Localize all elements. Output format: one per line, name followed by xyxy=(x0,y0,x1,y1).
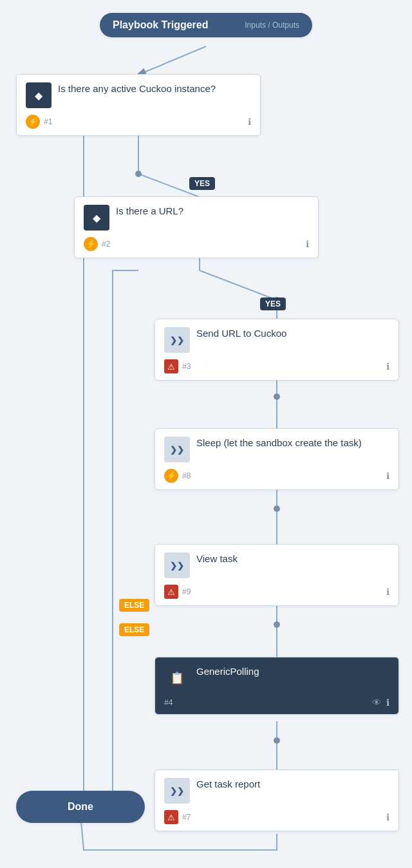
action9-footer-left: ⚠ #9 xyxy=(164,585,191,599)
action-node-9[interactable]: View task ⚠ #9 ℹ xyxy=(154,544,399,606)
trigger-io-label: Inputs / Outputs xyxy=(245,21,299,30)
svg-point-17 xyxy=(274,393,280,400)
arrow-icon-7 xyxy=(164,778,190,804)
info-icon-3[interactable]: ℹ xyxy=(386,361,389,372)
condition1-title: Is there any active Cuckoo instance? xyxy=(58,82,251,95)
action-node-3[interactable]: Send URL to Cuckoo ⚠ #3 ℹ xyxy=(154,319,399,381)
bolt-icon-1: ⚡ xyxy=(26,115,40,129)
info-icon-9[interactable]: ℹ xyxy=(386,587,389,597)
done-title: Done xyxy=(68,801,93,813)
action8-footer: ⚡ #8 ℹ xyxy=(164,469,389,483)
action-node-4[interactable]: GenericPolling #4 👁 ℹ xyxy=(154,657,399,715)
else-badge-2: ELSE xyxy=(119,623,149,636)
arrow-icon-3 xyxy=(164,327,190,353)
trigger-node[interactable]: Playbook Triggered Inputs / Outputs xyxy=(100,13,312,37)
condition2-num: #2 xyxy=(102,240,110,249)
else-badge-1: ELSE xyxy=(119,599,149,612)
yes-badge-2: YES xyxy=(260,297,286,310)
diamond-icon-1 xyxy=(26,82,52,108)
action8-footer-left: ⚡ #8 xyxy=(164,469,191,483)
action9-header: View task xyxy=(164,552,389,578)
action3-title: Send URL to Cuckoo xyxy=(196,327,389,340)
condition1-footer: ⚡ #1 ℹ xyxy=(26,115,251,129)
action4-header: GenericPolling xyxy=(164,665,389,691)
warn-icon-7: ⚠ xyxy=(164,810,178,824)
svg-point-20 xyxy=(274,737,280,744)
info-icon-4[interactable]: ℹ xyxy=(386,697,389,708)
condition-node-1[interactable]: Is there any active Cuckoo instance? ⚡ #… xyxy=(16,74,261,136)
info-icon-2[interactable]: ℹ xyxy=(306,239,309,249)
svg-point-18 xyxy=(274,505,280,512)
condition1-header: Is there any active Cuckoo instance? xyxy=(26,82,251,108)
condition2-title: Is there a URL? xyxy=(116,205,309,218)
action7-header: Get task report xyxy=(164,778,389,804)
action9-footer: ⚠ #9 ℹ xyxy=(164,585,389,599)
doc-icon-4 xyxy=(164,665,190,691)
condition2-footer: ⚡ #2 ℹ xyxy=(84,237,309,251)
action3-header: Send URL to Cuckoo xyxy=(164,327,389,353)
arrow-icon-9 xyxy=(164,552,190,578)
condition2-header: Is there a URL? xyxy=(84,205,309,231)
action8-num: #8 xyxy=(182,471,191,480)
condition-node-2[interactable]: Is there a URL? ⚡ #2 ℹ xyxy=(74,196,319,258)
action4-footer-left: #4 xyxy=(164,698,173,707)
action4-footer: #4 👁 ℹ xyxy=(164,697,389,708)
action9-num: #9 xyxy=(182,587,191,596)
warn-icon-9: ⚠ xyxy=(164,585,178,599)
action3-num: #3 xyxy=(182,362,191,371)
condition1-footer-left: ⚡ #1 xyxy=(26,115,52,129)
playbook-canvas: Playbook Triggered Inputs / Outputs Is t… xyxy=(0,0,412,868)
svg-line-0 xyxy=(138,46,206,75)
trigger-title: Playbook Triggered xyxy=(113,19,208,31)
action7-title: Get task report xyxy=(196,778,389,791)
bolt-icon-8: ⚡ xyxy=(164,469,178,483)
action7-footer-left: ⚠ #7 xyxy=(164,810,191,824)
arrow-icon-8 xyxy=(164,437,190,462)
action8-header: Sleep (let the sandbox create the task) xyxy=(164,437,389,462)
action-node-8[interactable]: Sleep (let the sandbox create the task) … xyxy=(154,428,399,490)
action4-num: #4 xyxy=(164,698,173,707)
svg-line-4 xyxy=(200,270,277,300)
warn-icon-3: ⚠ xyxy=(164,359,178,373)
diamond-icon-2 xyxy=(84,205,109,231)
done-node[interactable]: Done xyxy=(16,791,145,823)
action-node-7[interactable]: Get task report ⚠ #7 ℹ xyxy=(154,769,399,831)
condition1-num: #1 xyxy=(44,117,52,126)
action9-title: View task xyxy=(196,552,389,565)
svg-point-14 xyxy=(135,171,142,177)
action3-footer: ⚠ #3 ℹ xyxy=(164,359,389,373)
action7-num: #7 xyxy=(182,813,191,822)
bolt-icon-2: ⚡ xyxy=(84,237,98,251)
info-icon-7[interactable]: ℹ xyxy=(386,812,389,822)
action7-footer: ⚠ #7 ℹ xyxy=(164,810,389,824)
info-icon-8[interactable]: ℹ xyxy=(386,471,389,481)
yes-badge-1: YES xyxy=(189,177,215,190)
svg-point-19 xyxy=(274,621,280,628)
info-icon-1[interactable]: ℹ xyxy=(248,117,251,127)
condition2-footer-left: ⚡ #2 xyxy=(84,237,110,251)
action4-title: GenericPolling xyxy=(196,665,389,678)
action3-footer-left: ⚠ #3 xyxy=(164,359,191,373)
action8-title: Sleep (let the sandbox create the task) xyxy=(196,437,389,449)
eye-icon-4[interactable]: 👁 xyxy=(372,697,381,708)
